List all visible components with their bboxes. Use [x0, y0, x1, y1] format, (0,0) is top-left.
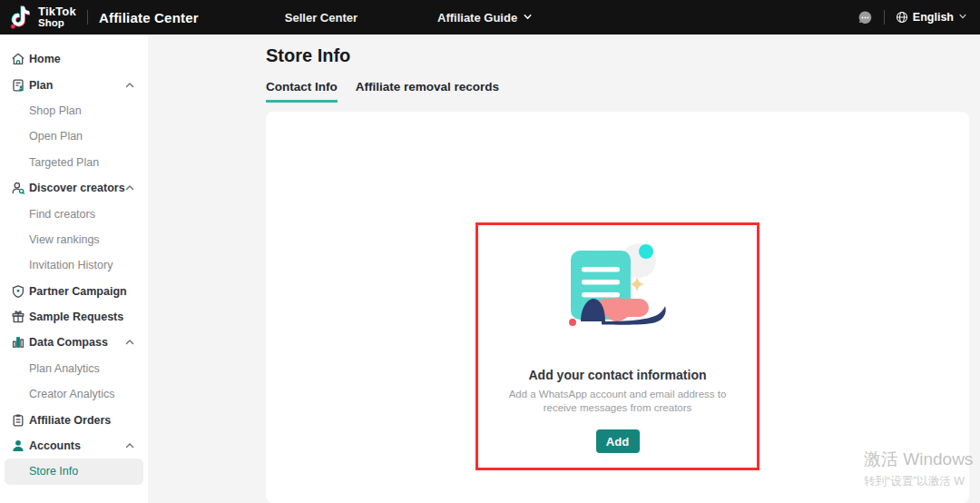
sidebar-item-open-plan[interactable]: Open Plan [0, 123, 148, 149]
tab-contact-info[interactable]: Contact Info [266, 80, 338, 103]
logo-line1: TikTok [38, 5, 76, 17]
sidebar-item-label: Data Compass [29, 336, 108, 349]
logo-wordmark: TikTok Shop [38, 5, 76, 29]
page-title: Store Info [266, 45, 350, 66]
sidebar-item-plan[interactable]: Plan [0, 72, 148, 97]
sidebar-item-partner-campaign[interactable]: Partner Campaign [0, 279, 148, 304]
sidebar-item-label: Creator Analytics [29, 388, 114, 400]
affiliate-orders-icon [11, 413, 25, 428]
sidebar-item-creator-analytics[interactable]: Creator Analytics [0, 381, 148, 407]
language-label: English [913, 11, 954, 24]
language-selector[interactable]: English [896, 11, 967, 24]
sidebar-item-label: Find creators [29, 208, 95, 221]
sidebar-item-label: Open Plan [29, 130, 83, 143]
sidebar-item-label: View rankings [29, 233, 100, 246]
sidebar-item-view-rankings[interactable]: View rankings [0, 227, 148, 252]
chevron-up-icon [124, 440, 135, 451]
discover-creators-icon [11, 181, 25, 195]
red-annotation-box: Add your contact information Add a Whats… [475, 222, 760, 470]
sidebar-item-label: Plan [29, 79, 53, 92]
sidebar-item-label: Accounts [29, 439, 81, 452]
empty-state-description: Add a WhatsApp account and email address… [495, 388, 741, 414]
sidebar-item-shop-plan[interactable]: Shop Plan [0, 98, 148, 123]
chevron-down-icon [958, 11, 967, 24]
sidebar-item-label: Targeted Plan [29, 156, 99, 169]
nav-affiliate-guide[interactable]: Affiliate Guide [437, 11, 533, 25]
sidebar-item-targeted-plan[interactable]: Targeted Plan [0, 150, 148, 175]
sidebar-item-sample-requests[interactable]: Sample Requests [0, 304, 148, 330]
topbar-divider [884, 10, 885, 25]
logo-line2: Shop [38, 18, 76, 29]
partner-campaign-icon [11, 284, 25, 299]
tiktok-shop-logo[interactable]: TikTok Shop [0, 5, 76, 30]
data-compass-icon [11, 335, 25, 350]
sidebar-item-invitation-history[interactable]: Invitation History [0, 252, 148, 278]
sidebar-item-plan-analytics[interactable]: Plan Analytics [0, 356, 148, 381]
chevron-up-icon [124, 337, 135, 348]
sidebar-item-discover-creators[interactable]: Discover creators [0, 175, 148, 201]
sidebar-item-label: Home [29, 53, 61, 65]
sidebar-item-label: Invitation History [29, 259, 113, 271]
tiktok-note-icon [9, 5, 33, 30]
top-bar: TikTok Shop Affiliate Center Seller Cent… [0, 0, 980, 35]
sidebar-item-label: Store Info [29, 465, 78, 478]
topbar-right-group: English [858, 10, 980, 25]
home-icon [11, 52, 25, 66]
chat-bubble-icon[interactable] [858, 10, 873, 25]
sidebar-item-label: Plan Analytics [29, 362, 100, 375]
sidebar-item-label: Discover creators [29, 182, 125, 194]
sidebar-item-home[interactable]: Home [0, 46, 148, 72]
sidebar-item-find-creators[interactable]: Find creators [0, 201, 148, 226]
add-button[interactable]: Add [596, 429, 640, 453]
sidebar-nav: Home Plan Shop Plan Open Plan Targeted P… [0, 35, 148, 503]
nav-affiliate-guide-label: Affiliate Guide [437, 11, 517, 25]
app-title: Affiliate Center [99, 10, 199, 25]
sample-requests-icon [11, 310, 25, 324]
tab-bar: Contact Info Affiliate removal records [266, 80, 499, 103]
globe-icon [896, 11, 908, 24]
chevron-down-icon [523, 11, 533, 25]
sidebar-item-accounts[interactable]: Accounts [0, 433, 148, 459]
topbar-divider [87, 10, 88, 25]
nav-seller-center[interactable]: Seller Center [285, 11, 358, 25]
document-scroll-illustration [565, 242, 671, 331]
chevron-up-icon [124, 182, 135, 193]
sidebar-item-label: Shop Plan [29, 104, 82, 117]
sidebar-item-label: Affiliate Orders [29, 414, 111, 427]
accounts-icon [11, 439, 25, 453]
sidebar-item-affiliate-orders[interactable]: Affiliate Orders [0, 407, 148, 432]
sidebar-item-label: Partner Campaign [29, 285, 127, 298]
affiliate-center-app: TikTok Shop Affiliate Center Seller Cent… [0, 0, 980, 503]
empty-state-title: Add your contact information [529, 368, 707, 382]
plan-icon [11, 78, 25, 93]
tab-affiliate-removal-records[interactable]: Affiliate removal records [356, 80, 499, 103]
sidebar-item-store-info[interactable]: Store Info [5, 459, 143, 484]
chevron-up-icon [124, 80, 135, 91]
sidebar-item-label: Sample Requests [29, 311, 123, 323]
sidebar-item-data-compass[interactable]: Data Compass [0, 330, 148, 355]
